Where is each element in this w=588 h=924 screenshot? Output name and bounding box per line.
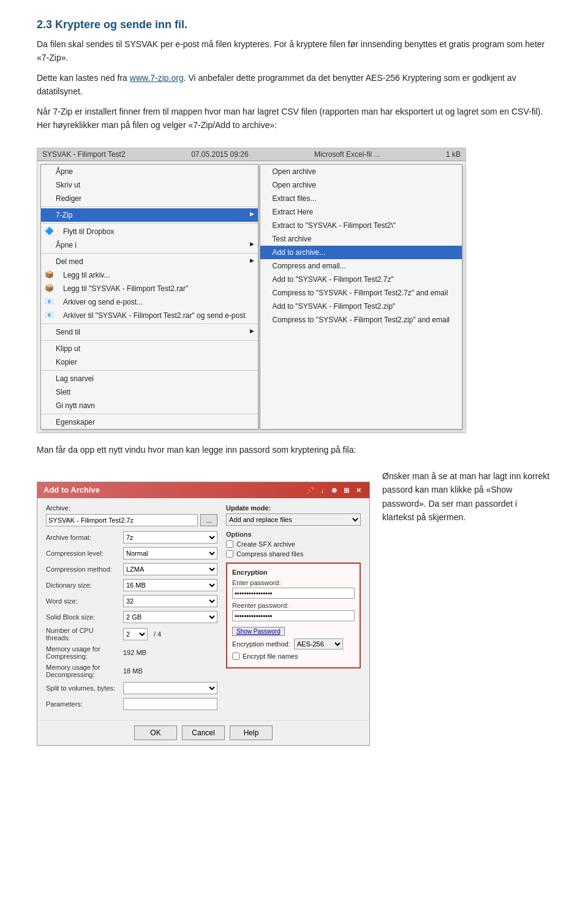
separator-6 xyxy=(41,370,258,371)
sub-extract-files[interactable]: Extract files... xyxy=(260,192,462,205)
parameters-input[interactable] xyxy=(123,698,217,710)
p2-pre-text: Dette kan lastes ned fra xyxy=(37,73,130,83)
split-volumes-select[interactable] xyxy=(123,682,217,694)
title-size: 1 kB xyxy=(446,150,461,159)
compression-level-select[interactable]: Normal xyxy=(123,547,217,559)
separator-2 xyxy=(41,223,258,224)
paragraph-2: Dette kan lastes ned fra www.7-zip.org. … xyxy=(37,71,551,99)
compression-method-label: Compression method: xyxy=(46,566,119,573)
parameters-label: Parameters: xyxy=(46,700,119,708)
sub-add-7z[interactable]: Add to "SYSVAK - Filimport Test2.7z" xyxy=(260,273,462,286)
reenter-password-input[interactable] xyxy=(232,610,355,621)
dialog-right-column: Update mode: Add and replace files Optio… xyxy=(226,504,361,714)
memory-decompress-label: Memory usage for Decompressing: xyxy=(46,664,119,678)
create-sfx-label: Create SFX archive xyxy=(236,540,295,548)
encrypt-filenames-label: Encrypt file names xyxy=(243,653,298,660)
archive-format-select[interactable]: 7z xyxy=(123,531,217,543)
update-mode-label: Update mode: xyxy=(226,504,361,512)
split-volumes-label: Split to volumes, bytes: xyxy=(46,684,119,692)
menu-item-create-shortcut[interactable]: Lag snarvei xyxy=(41,372,258,385)
menu-item-open[interactable]: Åpne xyxy=(41,165,258,178)
dialog-pin-icon[interactable]: 📌 xyxy=(306,487,315,495)
encrypt-filenames-checkbox[interactable] xyxy=(232,653,239,660)
cpu-threads-select[interactable]: 2 xyxy=(123,628,148,640)
split-volumes-row: Split to volumes, bytes: xyxy=(46,682,217,694)
menu-item-send-to[interactable]: Send til xyxy=(41,325,258,339)
compress-shared-row: Compress shared files xyxy=(226,550,361,558)
menu-item-delete[interactable]: Slett xyxy=(41,385,258,399)
cpu-threads-total: / 4 xyxy=(154,631,161,638)
dialog-grid-icon[interactable]: ⊞ xyxy=(341,487,351,495)
browse-button[interactable]: ... xyxy=(200,514,217,526)
update-mode-select[interactable]: Add and replace files xyxy=(226,513,361,526)
word-size-select[interactable]: 32 xyxy=(123,595,217,607)
menu-item-add-rar[interactable]: 📦 Legg til "SYSVAK - Filimport Test2.rar… xyxy=(41,282,258,295)
menu-item-dropbox[interactable]: 🔷 Flytt til Dropbox xyxy=(41,225,258,238)
separator-7 xyxy=(41,414,258,414)
ctx-menus-container: Åpne Skriv ut Rediger 7-Zip 🔷 Flytt til … xyxy=(37,161,466,433)
sub-extract-to[interactable]: Extract to "SYSVAK - Filimport Test2\" xyxy=(260,219,462,232)
create-sfx-checkbox[interactable] xyxy=(226,540,233,548)
side-text-encryption: Ønsker man å se at man har lagt inn korr… xyxy=(382,469,551,524)
menu-item-open-in[interactable]: Åpne i xyxy=(41,238,258,252)
memory-decompress-row: Memory usage for Decompressing: 18 MB xyxy=(46,664,217,678)
encrypt-filenames-row: Encrypt file names xyxy=(232,653,355,660)
archive-path-row: ... xyxy=(46,514,217,526)
archive-section-label: Archive: xyxy=(46,504,217,512)
archive-icon-1: 📦 xyxy=(45,270,55,280)
compression-method-select[interactable]: LZMA xyxy=(123,563,217,575)
dialog-section: Add to Archive 📌 ↓ ⊕ ⊞ ✕ Archive: ... Ar… xyxy=(37,469,551,758)
separator-1 xyxy=(41,206,258,207)
memory-compress-value: 192 MB xyxy=(123,649,146,656)
menu-item-cut[interactable]: Klipp ut xyxy=(41,342,258,355)
create-sfx-row: Create SFX archive xyxy=(226,540,361,548)
menu-item-share[interactable]: Del med xyxy=(41,255,258,268)
enter-password-input[interactable] xyxy=(232,588,355,599)
sub-compress-zip-email[interactable]: Compress to "SYSVAK - Filimport Test2.zi… xyxy=(260,313,462,327)
compress-shared-checkbox[interactable] xyxy=(226,550,233,558)
solid-block-select[interactable]: 2 GB xyxy=(123,611,217,623)
dialog-close-icon[interactable]: ✕ xyxy=(353,487,363,495)
show-password-btn[interactable]: Show Password xyxy=(232,627,285,636)
menu-item-add-archive[interactable]: 📦 Legg til arkiv... xyxy=(41,268,258,282)
menu-item-archive-email-rar[interactable]: 📧 Arkiver til "SYSVAK - Filimport Test2.… xyxy=(41,309,258,322)
memory-compress-row: Memory usage for Compressing: 192 MB xyxy=(46,645,217,660)
email-icon-2: 📧 xyxy=(45,311,55,320)
update-mode-section: Update mode: Add and replace files xyxy=(226,504,361,526)
encryption-method-label: Encryption method: xyxy=(232,640,290,648)
link-7zip[interactable]: www.7-zip.org xyxy=(130,73,184,83)
sub-open-archive-2[interactable]: Open archive xyxy=(260,178,462,192)
sub-compress-email[interactable]: Compress and email... xyxy=(260,259,462,273)
archive-path-input[interactable] xyxy=(46,514,198,526)
dialog-arrow-icon[interactable]: ↓ xyxy=(317,487,327,495)
encryption-method-select[interactable]: AES-256 xyxy=(294,638,343,649)
sub-open-archive-1[interactable]: Open archive xyxy=(260,165,462,178)
archive-format-row: Archive format: 7z xyxy=(46,531,217,543)
help-button[interactable]: Help xyxy=(230,725,273,740)
context-menu-screenshot: SYSVAK - Filimport Test2 07.05.2015 09:2… xyxy=(37,148,466,433)
sub-extract-here[interactable]: Extract Here xyxy=(260,205,462,219)
options-label: Options xyxy=(226,531,361,538)
dialog-settings-icon[interactable]: ⊕ xyxy=(330,487,339,495)
sub-compress-7z-email[interactable]: Compress to "SYSVAK - Filimport Test2.7z… xyxy=(260,286,462,300)
sub-add-zip[interactable]: Add to "SYSVAK - Filimport Test2.zip" xyxy=(260,300,462,313)
sub-add-to-archive[interactable]: Add to archive... xyxy=(260,246,462,259)
menu-item-7zip[interactable]: 7-Zip xyxy=(41,208,258,222)
menu-item-edit[interactable]: Rediger xyxy=(41,192,258,205)
separator-3 xyxy=(41,253,258,254)
dictionary-size-label: Dictionary size: xyxy=(46,581,119,589)
enter-password-row: Enter password: xyxy=(232,579,355,599)
compression-method-row: Compression method: LZMA xyxy=(46,563,217,575)
menu-item-archive-email[interactable]: 📧 Arkiver og send e-post... xyxy=(41,295,258,309)
ok-button[interactable]: OK xyxy=(134,725,177,740)
separator-4 xyxy=(41,324,258,324)
menu-item-rename[interactable]: Gi nytt navn xyxy=(41,399,258,412)
menu-item-copy[interactable]: Kopier xyxy=(41,355,258,369)
compression-level-label: Compression level: xyxy=(46,550,119,557)
sub-test-archive[interactable]: Test archive xyxy=(260,232,462,246)
cancel-button[interactable]: Cancel xyxy=(182,725,225,740)
menu-item-properties[interactable]: Egenskaper xyxy=(41,415,258,429)
archive-icon-2: 📦 xyxy=(45,284,55,293)
dictionary-size-select[interactable]: 16 MB xyxy=(123,579,217,591)
menu-item-print[interactable]: Skriv ut xyxy=(41,178,258,192)
